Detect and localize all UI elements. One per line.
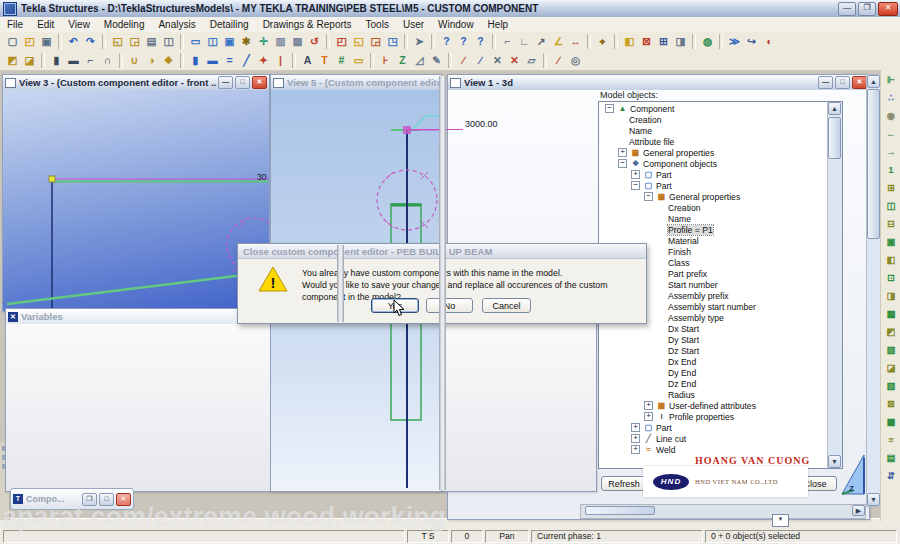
welded-gusset-icon[interactable]: ▩	[884, 415, 899, 429]
no-button[interactable]: No	[426, 298, 473, 313]
select-similar-icon[interactable]: ◉	[884, 109, 899, 123]
ortho-column-icon[interactable]: ▮	[187, 53, 204, 68]
scroll-up-icon[interactable]: ▲	[867, 75, 880, 88]
tree-toggle-icon[interactable]: +	[644, 412, 653, 421]
pos-1-icon[interactable]: ⊦	[377, 53, 394, 68]
menu-analysis[interactable]: Analysis	[151, 18, 202, 31]
tree-item-dy-end[interactable]: Dy End	[600, 367, 827, 378]
clash-check-icon[interactable]: ◖	[760, 34, 777, 49]
tree-item-component[interactable]: −▲Component	[600, 103, 827, 114]
define-component-icon[interactable]: ⊩	[884, 73, 899, 87]
scroll-thumb[interactable]	[585, 506, 655, 515]
contour-plate-icon[interactable]: ∪	[126, 53, 143, 68]
tree-item-dx-end[interactable]: Dx End	[600, 356, 827, 367]
arrow-right-icon[interactable]: →	[884, 145, 899, 159]
view3-title-bar[interactable]: View 3 - (Custom component editor - fron…	[3, 75, 269, 91]
tree-toggle-icon[interactable]: +	[644, 401, 653, 410]
clip-angle-icon[interactable]: ⊡	[884, 271, 899, 285]
tree-item-profile-p1[interactable]: Profile = P1	[600, 224, 827, 235]
view3-window[interactable]: View 3 - (Custom component editor - fron…	[2, 74, 270, 312]
tree-item-dx-start[interactable]: Dx Start	[600, 323, 827, 334]
component-browser-icon[interactable]: ∴	[884, 91, 899, 105]
end-plate-icon[interactable]: ⊞	[884, 181, 899, 195]
maximize-icon[interactable]: □	[235, 76, 250, 89]
dropdown-arrow-icon[interactable]: ▼	[772, 514, 789, 527]
measure-angle-icon[interactable]: ∠	[550, 34, 567, 49]
brace-icon[interactable]: ╱	[238, 53, 255, 68]
tree-item-dz-end[interactable]: Dz End	[600, 378, 827, 389]
twin-beam-icon[interactable]: =	[221, 53, 238, 68]
display-settings-icon[interactable]: ◱	[350, 34, 367, 49]
redraw-icon[interactable]: ↺	[306, 34, 323, 49]
tree-toggle-icon[interactable]: −	[618, 159, 627, 168]
tube-gusset-icon[interactable]: ◩	[884, 325, 899, 339]
slab-icon[interactable]: ❖	[160, 53, 177, 68]
tree-item-line-cut[interactable]: +╱Line cut	[600, 433, 827, 444]
weld-tool-icon[interactable]: ∕	[455, 53, 472, 68]
view5-title-bar[interactable]: View 5 - (Custom component edito...	[271, 75, 441, 91]
menu-help[interactable]: Help	[481, 18, 516, 31]
grid-line-icon[interactable]: #	[333, 53, 350, 68]
measure-x-icon[interactable]: ⌐	[499, 34, 516, 49]
weld-between-icon[interactable]: ∕	[550, 53, 567, 68]
tree-toggle-icon[interactable]: +	[631, 423, 640, 432]
measure-bolt-icon[interactable]: ↔	[567, 34, 584, 49]
whats-this-icon[interactable]: ?	[472, 34, 489, 49]
close-icon[interactable]: ✕	[852, 76, 867, 89]
tree-item-name[interactable]: Name	[600, 125, 827, 136]
scroll-thumb[interactable]	[867, 89, 880, 239]
tree-item-user-defined-attributes[interactable]: +▦User-defined attributes	[600, 400, 827, 411]
tree-toggle-icon[interactable]: +	[631, 434, 640, 443]
refresh-button[interactable]: Refresh	[601, 476, 647, 491]
create-point-icon[interactable]: ⌖	[594, 34, 611, 49]
minimize-icon[interactable]: —	[818, 76, 833, 89]
scroll-up-icon[interactable]: ▲	[828, 102, 841, 115]
minimize-icon[interactable]: —	[838, 2, 856, 16]
representation-icon[interactable]: ◲	[367, 34, 384, 49]
auto-connection-icon[interactable]: ◩	[4, 53, 21, 68]
ortho-beam-icon[interactable]: ▬	[204, 53, 221, 68]
tree-item-general-properties[interactable]: −▦General properties	[600, 191, 827, 202]
arrow-left-icon[interactable]: ←	[884, 127, 899, 141]
zoom-original-icon[interactable]: ▣	[221, 34, 238, 49]
tree-item-part[interactable]: −▢Part	[600, 180, 827, 191]
measure-y-icon[interactable]: ∟	[516, 34, 533, 49]
weld-polygon-icon[interactable]: ∕	[472, 53, 489, 68]
tree-item-creation[interactable]: Creation	[600, 114, 827, 125]
tree-toggle-icon[interactable]: +	[618, 148, 627, 157]
export-model-icon[interactable]: ↪	[743, 34, 760, 49]
scroll-down-icon[interactable]: ▼	[867, 493, 880, 506]
plate-tool-icon[interactable]: ▭	[350, 53, 367, 68]
snapshot-icon[interactable]: ◨	[672, 34, 689, 49]
bolt-icon[interactable]: ✦	[255, 53, 272, 68]
base-plate-icon[interactable]: ⊟	[884, 217, 899, 231]
tree-item-radius[interactable]: Radius	[600, 389, 827, 400]
restore-icon[interactable]: ❐	[858, 2, 876, 16]
print-icon[interactable]: ▤	[143, 34, 160, 49]
close-icon[interactable]: ✕	[252, 76, 267, 89]
measure-free-icon[interactable]: ↗	[533, 34, 550, 49]
pos-2-icon[interactable]: Z	[394, 53, 411, 68]
tree-item-dy-start[interactable]: Dy Start	[600, 334, 827, 345]
stairs-icon[interactable]: ▤	[884, 451, 899, 465]
create-beam-icon[interactable]: ▬	[65, 53, 82, 68]
numbering-icon[interactable]: ⊞	[655, 34, 672, 49]
fetch-icon[interactable]: ◱	[109, 34, 126, 49]
catalog-icon[interactable]: ◫	[160, 34, 177, 49]
tree-item-profile-properties[interactable]: +IProfile properties	[600, 411, 827, 422]
updown-icon[interactable]: ⇵	[884, 469, 899, 483]
help-icon[interactable]: ?	[438, 34, 455, 49]
menu-modeling[interactable]: Modeling	[97, 18, 152, 31]
fit-work-area-icon[interactable]: ▭	[187, 34, 204, 49]
cage-ladder-icon[interactable]: ≡	[884, 433, 899, 447]
tree-toggle-icon[interactable]: −	[605, 104, 614, 113]
pan-view-icon[interactable]: ✛	[255, 34, 272, 49]
tree-item-attribute-file[interactable]: Attribute file	[600, 136, 827, 147]
menu-file[interactable]: File	[0, 18, 30, 31]
open-icon[interactable]: ◰	[21, 34, 38, 49]
two-sided-clip-icon[interactable]: ◨	[884, 289, 899, 303]
view-list-icon[interactable]: ◳	[384, 34, 401, 49]
menu-edit[interactable]: Edit	[30, 18, 61, 31]
tree-toggle-icon[interactable]: +	[631, 170, 640, 179]
scroll-thumb[interactable]	[828, 117, 841, 159]
